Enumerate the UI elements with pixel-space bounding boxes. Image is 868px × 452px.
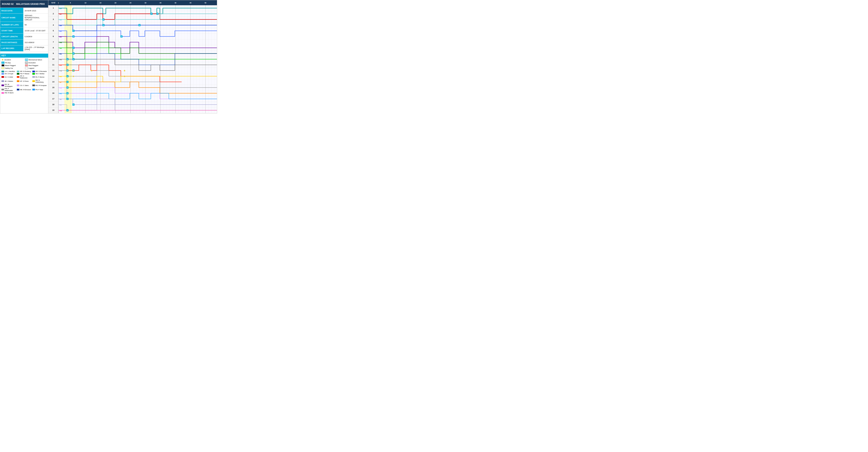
lap-record-value: 1:34.223 - J P Montoya [2004]	[23, 46, 48, 51]
driver-fn: FN: F Nasr	[32, 88, 47, 91]
grid-header-label: Grid	[48, 0, 58, 5]
pos-label-15: 15	[48, 85, 58, 90]
event-name: MALAYSIAN GRAND PRIX	[16, 3, 45, 5]
svg-text:P: P	[139, 25, 140, 26]
svg-text:P: P	[73, 36, 74, 37]
svg-text:P: P	[67, 64, 68, 66]
svg-text:NH: NH	[60, 76, 62, 78]
driver-sv: SV: S Vettel	[1, 75, 16, 79]
svg-text:NR: NR	[60, 19, 62, 21]
key-safety-car: Safety Car	[1, 67, 23, 69]
svg-text:JB: JB	[60, 98, 62, 100]
svg-text:★: ★	[123, 75, 126, 78]
svg-text:P: P	[67, 87, 68, 89]
lap-tick-20: 20	[115, 2, 117, 4]
svg-text:CS: CS	[60, 87, 62, 89]
pos-label-1: 1	[48, 5, 58, 11]
lap-tick-1: 1	[58, 2, 59, 4]
driver-dk: DK: D Kvyat	[1, 73, 16, 74]
accident-label: Accident	[4, 59, 11, 61]
svg-text:DR: DR	[60, 25, 62, 27]
driver-jb: JB: J Button	[1, 79, 16, 83]
pos-label-16: 16	[48, 90, 58, 96]
svg-text:P: P	[73, 59, 74, 60]
safety-car-icon	[1, 67, 4, 69]
mechanical-label: Mechanical failure	[29, 59, 42, 61]
svg-text:P: P	[67, 110, 68, 111]
lapped-label: Lapped	[29, 67, 34, 69]
excluded-label: Excluded	[29, 62, 35, 64]
svg-text:★: ★	[72, 69, 74, 72]
svg-text:★: ★	[90, 69, 93, 72]
svg-text:SP: SP	[60, 81, 62, 83]
key-items: ★ Accident M Mechanical failure P Pit st…	[0, 58, 48, 95]
red-flag-label: Red Flagged	[29, 64, 38, 66]
driver-kr: KR: K Raikkonen	[17, 75, 31, 79]
pos-label-7: 7	[48, 39, 58, 45]
black-flag-label: Black Flagged	[5, 64, 16, 66]
key-pitstop: P Pit stop	[1, 62, 23, 64]
accident-icon: ★	[1, 58, 4, 61]
lap-tick-35: 35	[160, 2, 161, 4]
left-panel: ROUND 02 MALAYSIAN GRAND PRIX RACE DATE:…	[0, 0, 48, 114]
svg-text:KR: KR	[60, 64, 62, 66]
key-lapped: Lapped	[25, 67, 47, 69]
pos-label-5: 5	[48, 28, 58, 34]
key-excluded: E Excluded	[25, 62, 47, 64]
driver-me: ME: M Ericsson	[17, 88, 31, 91]
svg-text:DK: DK	[60, 30, 62, 32]
lap-record-label: LAP RECORD:	[0, 46, 23, 51]
circuit-length-label: CIRCUIT LENGTH:	[0, 34, 23, 39]
num-laps-row: NUMBER OF LAPS: 56	[0, 22, 48, 28]
driver-rm: RM: R Merhi	[1, 92, 16, 94]
svg-text:P: P	[73, 104, 74, 106]
pos-label-4: 4	[48, 22, 58, 28]
chart-header: Grid 1510152025303540455056	[48, 0, 217, 5]
svg-text:MV: MV	[60, 36, 62, 38]
pos-label-18: 18	[48, 102, 58, 108]
start-time-row: START TIME 15:00 Local - 07:00 GMT	[0, 28, 48, 34]
chart-body: 12345678910111213141516171819 PPPPPPPPPP…	[48, 5, 217, 113]
num-laps-label: NUMBER OF LAPS:	[0, 22, 23, 28]
svg-text:P: P	[103, 19, 104, 21]
lap-tick-40: 40	[175, 2, 176, 4]
num-laps-value: 56	[23, 22, 48, 28]
lap-tick-50: 50	[205, 2, 207, 4]
circuit-length-row: CIRCUIT LENGTH: 5.543KM	[0, 34, 48, 39]
svg-text:ME: ME	[60, 53, 62, 55]
pos-label-17: 17	[48, 96, 58, 102]
pos-label-2: 2	[48, 11, 58, 17]
key-title: KEY	[0, 54, 48, 58]
key-red-flag: Red Flagged	[25, 64, 47, 66]
svg-text:P: P	[67, 98, 68, 100]
red-flag-icon	[25, 64, 28, 66]
race-distance-row: RACE DISTANCE: 310.408KM	[0, 39, 48, 46]
pos-label-19: 19	[48, 108, 58, 113]
svg-text:P: P	[103, 25, 104, 26]
race-date-row: RACE DATE: 29 MAR 2015	[0, 8, 48, 14]
start-time-value: 15:00 Local - 07:00 GMT	[23, 28, 48, 33]
svg-text:SV: SV	[60, 13, 62, 15]
driver-rg: RG: R Grosjean	[32, 84, 47, 87]
position-labels: 12345678910111213141516171819	[48, 5, 58, 113]
pos-label-13: 13	[48, 73, 58, 79]
lapped-icon	[25, 67, 28, 69]
driver-vb: VB: V Bottas	[32, 73, 47, 74]
main-container: ROUND 02 MALAYSIAN GRAND PRIX RACE DATE:…	[0, 0, 217, 114]
svg-text:P: P	[67, 70, 68, 71]
svg-text:P: P	[67, 81, 68, 83]
driver-pm: PM: P Maldonaldo	[1, 88, 16, 91]
driver-nr: NR: N Rosberg	[17, 70, 31, 72]
driver-cs: CS: C Sainz	[17, 84, 31, 87]
event-header: ROUND 02 MALAYSIAN GRAND PRIX	[0, 0, 48, 7]
svg-text:P: P	[73, 47, 74, 49]
key-black-flag: Black Flagged	[1, 64, 23, 66]
driver-fm: FM: F Massa	[17, 73, 31, 74]
driver-nh: NH: N Hulkenberg	[32, 79, 47, 83]
driver-fa: FA: F Alonso	[32, 75, 47, 79]
svg-text:P: P	[151, 13, 152, 15]
lap-tick-10: 10	[85, 2, 86, 4]
pos-label-11: 11	[48, 62, 58, 68]
svg-text:P: P	[67, 76, 68, 77]
driver-sp: SP: S Perez	[17, 79, 31, 83]
